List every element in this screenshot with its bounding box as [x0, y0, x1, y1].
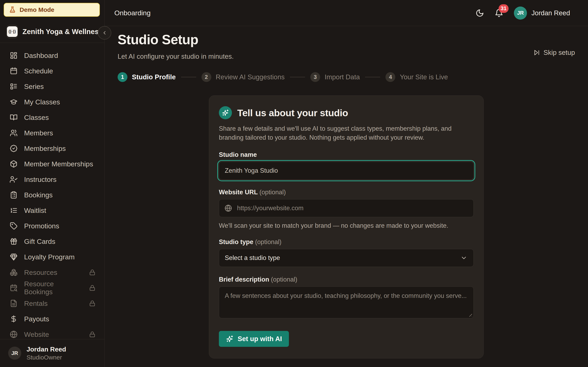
studio-name-label: Studio name [219, 151, 474, 158]
step-studio-profile: 1 Studio Profile [118, 72, 176, 82]
sidebar-item-rentals[interactable]: Rentals [0, 296, 104, 311]
sidebar-item-label: Resources [24, 268, 57, 276]
sidebar-item-gift-cards[interactable]: Gift Cards [0, 234, 104, 249]
boxes-icon [10, 268, 17, 276]
sidebar-item-payouts[interactable]: Payouts [0, 311, 104, 327]
step-connector [181, 77, 196, 77]
tag-icon [10, 222, 17, 230]
sidebar-item-label: Gift Cards [24, 238, 55, 245]
step-connector [290, 77, 305, 77]
user-check-icon [10, 175, 17, 183]
topbar: Onboarding 31 JR Jordan Reed [104, 0, 588, 26]
topbar-user-menu[interactable]: JR Jordan Reed [514, 7, 570, 20]
sparkles-icon [222, 109, 229, 117]
lock-icon [89, 300, 95, 307]
list-ordered-icon [10, 207, 17, 214]
sidebar-item-resource-bookings[interactable]: Resource Bookings [0, 280, 104, 296]
sidebar-item-resources[interactable]: Resources [0, 265, 104, 280]
skip-forward-icon [533, 49, 540, 56]
sidebar-item-label: Dashboard [24, 52, 58, 59]
sidebar-item-label: Loyalty Program [24, 253, 75, 261]
sidebar-item-instructors[interactable]: Instructors [0, 172, 104, 187]
chevron-down-icon [460, 254, 467, 261]
sidebar-item-label: Classes [24, 114, 49, 122]
users-icon [10, 129, 17, 137]
sidebar-item-schedule[interactable]: Schedule [0, 63, 104, 79]
sidebar-item-classes[interactable]: Classes [0, 110, 104, 125]
sidebar-item-label: Member Memberships [24, 160, 93, 168]
sidebar-item-label: Bookings [24, 191, 53, 199]
content: Studio Setup Let AI configure your studi… [104, 26, 588, 367]
gem-icon [10, 253, 17, 261]
sidebar-item-label: Members [24, 129, 53, 137]
step-label: Studio Profile [132, 73, 176, 81]
studio-type-label: Studio type (optional) [219, 238, 474, 246]
step-review-ai-suggestions: 2 Review AI Suggestions [201, 72, 285, 82]
user-role: StudioOwner [26, 354, 66, 361]
optional-tag: (optional) [271, 276, 297, 283]
website-url-input[interactable] [219, 199, 474, 217]
sidebar-item-label: Waitlist [24, 207, 46, 215]
sidebar-item-promotions[interactable]: Promotions [0, 218, 104, 234]
sidebar-item-website[interactable]: Website [0, 327, 104, 339]
sidebar-item-memberships[interactable]: Memberships [0, 141, 104, 156]
sidebar-item-series[interactable]: Series [0, 79, 104, 94]
org-logo-glyph: (|·|) [7, 26, 17, 37]
studio-name-input[interactable] [219, 162, 474, 180]
sidebar-item-label: Resource Bookings [24, 280, 83, 296]
sidebar: Demo Mode (|·|) Zenith Yoga & Wellness D… [0, 0, 104, 367]
step-label: Review AI Suggestions [216, 73, 285, 81]
notification-badge: 31 [499, 4, 509, 13]
lock-icon [89, 269, 95, 275]
sidebar-nav: Dashboard Schedule Series My Classes Cla… [0, 43, 104, 339]
notifications-button[interactable]: 31 [495, 9, 503, 17]
optional-tag: (optional) [259, 189, 286, 196]
set-up-with-ai-button[interactable]: Set up with AI [219, 331, 289, 347]
step-your-site-is-live: 4 Your Site is Live [385, 72, 448, 82]
step-label: Your Site is Live [400, 73, 448, 81]
studio-setup-card: Tell us about your studio Share a few de… [209, 95, 484, 359]
sidebar-item-waitlist[interactable]: Waitlist [0, 203, 104, 218]
sidebar-header: (|·|) Zenith Yoga & Wellness [0, 23, 104, 43]
avatar: JR [8, 347, 21, 360]
clipboard-list-icon [10, 191, 17, 199]
theme-toggle-button[interactable] [476, 9, 484, 17]
brief-description-textarea[interactable] [219, 286, 474, 318]
sidebar-item-member-memberships[interactable]: Member Memberships [0, 156, 104, 172]
skip-setup-label: Skip setup [544, 49, 575, 57]
calendar-icon [10, 67, 17, 75]
sidebar-item-my-classes[interactable]: My Classes [0, 94, 104, 110]
topbar-title: Onboarding [114, 9, 151, 17]
sidebar-item-bookings[interactable]: Bookings [0, 187, 104, 203]
step-import-data: 3 Import Data [310, 72, 360, 82]
demo-mode-label: Demo Mode [20, 6, 54, 13]
ai-badge [219, 106, 232, 119]
lock-icon [89, 285, 95, 291]
demo-mode-badge[interactable]: Demo Mode [4, 3, 100, 17]
brief-description-label: Brief description (optional) [219, 276, 474, 283]
gift-icon [10, 238, 17, 245]
sidebar-user[interactable]: JR Jordan Reed StudioOwner [0, 339, 104, 367]
step-number: 3 [310, 72, 320, 82]
sidebar-item-loyalty-program[interactable]: Loyalty Program [0, 249, 104, 265]
sidebar-item-label: Payouts [24, 315, 49, 323]
studio-type-value: Select a studio type [225, 254, 280, 262]
user-name: Jordan Reed [26, 346, 66, 353]
app-root: Demo Mode (|·|) Zenith Yoga & Wellness D… [0, 0, 588, 367]
sidebar-item-members[interactable]: Members [0, 125, 104, 141]
website-url-label: Website URL (optional) [219, 189, 474, 196]
dollar-sign-icon [10, 315, 17, 323]
package-icon [10, 160, 17, 168]
sidebar-item-label: Promotions [24, 222, 59, 230]
sidebar-item-label: Instructors [24, 175, 57, 184]
layout-list-icon [10, 83, 17, 90]
sidebar-collapse-button[interactable] [98, 26, 111, 40]
book-open-icon [10, 114, 17, 121]
sidebar-item-dashboard[interactable]: Dashboard [0, 48, 104, 63]
step-label: Import Data [325, 73, 360, 81]
card-title: Tell us about your studio [237, 107, 348, 118]
flask-icon [9, 6, 16, 13]
skip-setup-button[interactable]: Skip setup [533, 45, 575, 60]
avatar: JR [514, 7, 527, 20]
studio-type-select[interactable]: Select a studio type [219, 249, 474, 267]
